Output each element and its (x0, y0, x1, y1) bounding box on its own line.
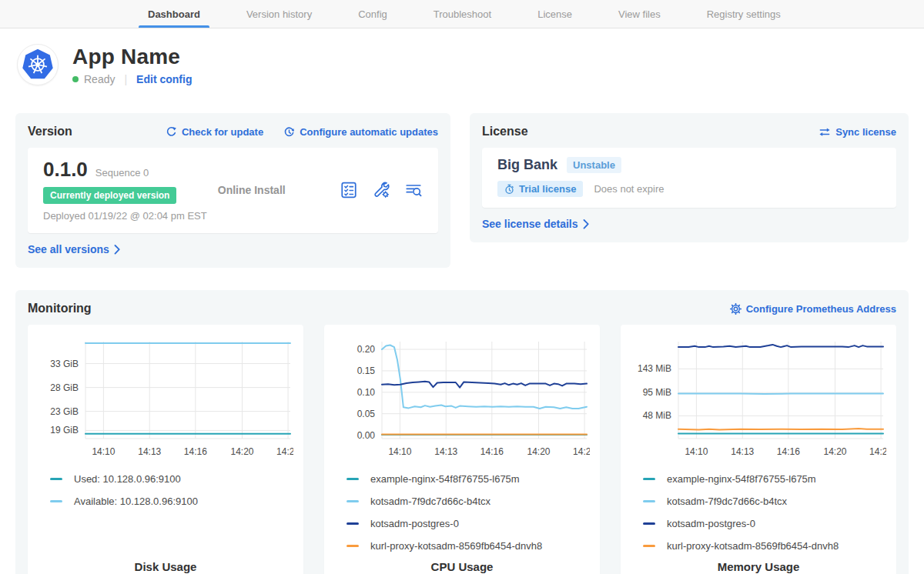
legend-item: example-nginx-54f8f76755-l675m (346, 468, 591, 490)
license-card-title: License (482, 125, 528, 138)
svg-text:19 GiB: 19 GiB (50, 425, 79, 436)
svg-text:14:13: 14:13 (731, 446, 754, 457)
tab-view-files[interactable]: View files (595, 0, 684, 28)
configure-prometheus-link[interactable]: Configure Prometheus Address (730, 303, 896, 315)
legend-swatch (643, 500, 655, 502)
legend-item: example-nginx-54f8f76755-l675m (643, 468, 888, 490)
legend-swatch (346, 522, 359, 525)
deployed-badge: Currently deployed version (43, 187, 176, 204)
top-nav: Dashboard Version history Config Trouble… (0, 0, 924, 28)
legend-swatch (346, 545, 359, 547)
cpu-usage-chart: 14:1014:1314:1614:2014:230.200.150.100.0… (333, 334, 591, 462)
preflight-checks-button[interactable] (340, 181, 358, 199)
cpu-usage-legend: example-nginx-54f8f76755-l675mkotsadm-7f… (333, 468, 591, 559)
version-card: Version Check for update (15, 113, 450, 268)
check-for-update-label: Check for update (182, 126, 263, 138)
kubernetes-icon (21, 48, 55, 82)
svg-text:14:16: 14:16 (480, 446, 504, 457)
legend-label: kotsadm-7f9dc7d66c-b4tcx (667, 496, 787, 507)
chevron-right-icon (114, 245, 121, 255)
tab-registry-settings[interactable]: Registry settings (684, 0, 804, 28)
memory-usage-chart-card: 14:1014:1314:1614:2014:23143 MiB95 MiB48… (621, 325, 896, 574)
check-for-update-link[interactable]: Check for update (166, 126, 263, 138)
svg-text:14:23: 14:23 (276, 446, 293, 457)
chart-title: Disk Usage (36, 560, 295, 573)
disk-usage-chart-card: 14:1014:1314:1614:2014:2333 GiB28 GiB23 … (28, 325, 303, 574)
svg-text:0.10: 0.10 (357, 387, 376, 398)
legend-swatch (643, 478, 655, 480)
sync-license-link[interactable]: Sync license (819, 126, 896, 138)
cpu-usage-chart-card: 14:1014:1314:1614:2014:230.200.150.100.0… (324, 325, 600, 574)
view-logs-icon (404, 181, 423, 199)
legend-label: kotsadm-postgres-0 (667, 518, 755, 529)
trial-license-badge: Trial license (497, 181, 583, 197)
svg-text:0.15: 0.15 (357, 365, 376, 376)
svg-text:14:23: 14:23 (573, 446, 590, 457)
monitoring-section: Monitoring Configur (15, 290, 909, 574)
svg-text:14:20: 14:20 (823, 446, 846, 457)
see-all-versions-label: See all versions (28, 243, 109, 255)
legend-item: Used: 10.128.0.96:9100 (50, 468, 295, 490)
current-version-card: 0.1.0 Sequence 0 Currently deployed vers… (28, 148, 438, 233)
legend-swatch (346, 500, 359, 502)
view-diff-logs-button[interactable] (404, 181, 423, 199)
deployed-timestamp: Deployed 01/19/22 @ 02:04 pm EST (43, 210, 218, 222)
see-all-versions-link[interactable]: See all versions (28, 243, 121, 255)
preflight-checklist-icon (340, 181, 358, 199)
configure-prometheus-label: Configure Prometheus Address (746, 303, 896, 315)
legend-label: Used: 10.128.0.96:9100 (74, 473, 181, 485)
legend-label: Available: 10.128.0.96:9100 (74, 496, 198, 507)
app-avatar (17, 44, 59, 85)
svg-text:23 GiB: 23 GiB (50, 406, 79, 417)
clock-refresh-icon (283, 126, 295, 138)
license-expiry: Does not expire (594, 183, 664, 195)
svg-text:14:16: 14:16 (184, 446, 207, 457)
legend-label: example-nginx-54f8f76755-l675m (667, 473, 816, 485)
sync-arrows-icon (819, 126, 831, 138)
channel-badge: Unstable (567, 157, 621, 173)
license-card: License Sync license Big Bank Unstable (470, 113, 909, 242)
edit-config-link[interactable]: Edit config (136, 73, 192, 85)
legend-item: kotsadm-postgres-0 (643, 512, 888, 535)
memory-usage-legend: example-nginx-54f8f76755-l675mkotsadm-7f… (629, 468, 888, 559)
version-number: 0.1.0 (43, 158, 88, 182)
legend-label: example-nginx-54f8f76755-l675m (370, 473, 520, 485)
tab-version-history[interactable]: Version history (223, 0, 335, 28)
legend-swatch (643, 545, 655, 547)
svg-text:14:20: 14:20 (230, 446, 253, 457)
sync-license-label: Sync license (835, 126, 896, 138)
tab-dashboard[interactable]: Dashboard (125, 0, 223, 28)
see-license-details-link[interactable]: See license details (482, 218, 590, 230)
svg-text:28 GiB: 28 GiB (50, 382, 79, 393)
trial-license-label: Trial license (519, 183, 576, 195)
disk-usage-legend: Used: 10.128.0.96:9100Available: 10.128.… (36, 468, 295, 559)
configure-automatic-updates-label: Configure automatic updates (300, 126, 438, 138)
monitoring-title: Monitoring (28, 302, 92, 315)
svg-text:14:10: 14:10 (685, 446, 708, 457)
svg-text:0.00: 0.00 (357, 430, 376, 441)
status-text: Ready (84, 73, 115, 85)
legend-item: Available: 10.128.0.96:9100 (50, 490, 295, 512)
see-license-details-label: See license details (482, 218, 578, 230)
legend-swatch (643, 522, 655, 525)
tab-troubleshoot[interactable]: Troubleshoot (410, 0, 514, 28)
gear-icon (730, 303, 742, 315)
disk-usage-chart: 14:1014:1314:1614:2014:2333 GiB28 GiB23 … (36, 334, 295, 462)
license-detail-card: Big Bank Unstable Trial license (482, 148, 896, 208)
legend-item: kotsadm-7f9dc7d66c-b4tcx (346, 490, 591, 512)
svg-text:0.05: 0.05 (357, 409, 376, 419)
tab-license[interactable]: License (514, 0, 595, 28)
stopwatch-icon (504, 184, 514, 195)
configure-automatic-updates-link[interactable]: Configure automatic updates (283, 126, 438, 138)
chart-title: Memory Usage (629, 560, 888, 573)
divider: | (124, 73, 127, 85)
customer-name: Big Bank (497, 157, 557, 173)
legend-item: kurl-proxy-kotsadm-8569fb6454-dnvh8 (346, 535, 591, 557)
svg-text:95 MiB: 95 MiB (643, 387, 671, 398)
tab-config[interactable]: Config (335, 0, 410, 28)
legend-item: kurl-proxy-kotsadm-8569fb6454-dnvh8 (643, 535, 888, 557)
version-card-title: Version (28, 125, 72, 138)
svg-text:14:13: 14:13 (138, 446, 161, 457)
edit-config-button[interactable] (372, 181, 390, 199)
svg-text:48 MiB: 48 MiB (643, 410, 671, 421)
